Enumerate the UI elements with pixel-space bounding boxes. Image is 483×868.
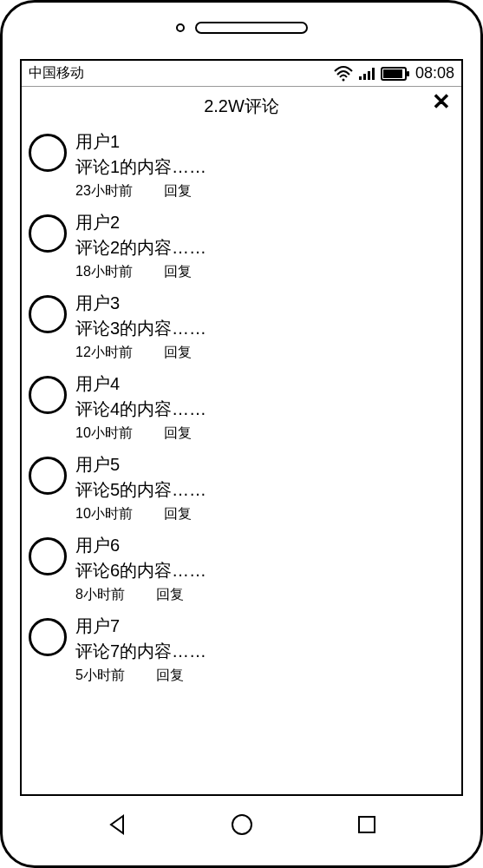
comment-body: 用户7 评论7的内容…… 5小时前 回复 [75,615,451,685]
screen: 中国移动 [20,59,463,796]
svg-rect-3 [368,71,370,80]
back-button[interactable] [106,813,128,836]
navigation-bar [3,803,480,846]
comment-time: 8小时前 [75,586,125,604]
svg-rect-1 [359,76,362,80]
avatar[interactable] [29,457,67,495]
comment-text: 评论5的内容…… [75,478,451,502]
comment-item: 用户2 评论2的内容…… 18小时前 回复 [29,206,451,286]
phone-frame: 中国移动 [0,0,483,868]
home-button[interactable] [230,812,254,837]
avatar[interactable] [29,214,67,253]
username[interactable]: 用户7 [75,615,451,638]
comments-header: 2.2W评论 ✕ [22,87,461,125]
comment-time: 10小时前 [75,424,133,443]
comment-text: 评论4的内容…… [75,398,451,421]
svg-rect-7 [407,71,409,76]
comment-meta: 8小时前 回复 [75,586,451,604]
comment-item: 用户1 评论1的内容…… 23小时前 回复 [29,125,451,206]
svg-rect-4 [372,68,375,80]
comment-item: 用户7 评论7的内容…… 5小时前 回复 [29,609,451,690]
comment-meta: 23小时前 回复 [75,182,451,201]
comment-meta: 12小时前 回复 [75,344,451,362]
comment-time: 12小时前 [75,344,133,362]
comment-text: 评论3的内容…… [75,317,451,340]
comment-text: 评论7的内容…… [75,640,451,663]
svg-point-8 [232,815,251,834]
comment-body: 用户6 评论6的内容…… 8小时前 回复 [75,534,451,604]
comment-text: 评论1的内容…… [75,155,451,179]
comment-item: 用户3 评论3的内容…… 12小时前 回复 [29,286,451,367]
avatar[interactable] [29,295,67,333]
reply-button[interactable]: 回复 [156,586,184,604]
comment-time: 18小时前 [75,263,133,281]
signal-icon [358,67,375,81]
comment-meta: 10小时前 回复 [75,505,451,523]
comment-meta: 10小时前 回复 [75,424,451,443]
comment-text: 评论6的内容…… [75,559,451,582]
comment-time: 10小时前 [75,505,133,523]
comments-list[interactable]: 用户1 评论1的内容…… 23小时前 回复 用户2 评论2的内容…… 18小时前… [22,125,461,794]
battery-icon [381,67,410,81]
avatar[interactable] [29,376,67,414]
comment-body: 用户5 评论5的内容…… 10小时前 回复 [75,453,451,523]
reply-button[interactable]: 回复 [156,667,184,685]
avatar[interactable] [29,618,67,656]
comment-time: 5小时前 [75,667,125,685]
comment-body: 用户3 评论3的内容…… 12小时前 回复 [75,292,451,362]
username[interactable]: 用户1 [75,130,451,154]
recent-button[interactable] [356,814,377,835]
speaker-dot [176,23,185,32]
close-button[interactable]: ✕ [432,90,451,113]
username[interactable]: 用户6 [75,534,451,557]
carrier-label: 中国移动 [29,64,84,82]
comment-meta: 18小时前 回复 [75,263,451,281]
comment-time: 23小时前 [75,182,133,201]
comment-text: 评论2的内容…… [75,236,451,260]
username[interactable]: 用户4 [75,372,451,396]
wifi-icon [334,66,353,82]
username[interactable]: 用户3 [75,292,451,315]
username[interactable]: 用户5 [75,453,451,477]
svg-rect-2 [363,74,366,80]
comment-body: 用户2 评论2的内容…… 18小时前 回复 [75,211,451,281]
comment-meta: 5小时前 回复 [75,667,451,685]
comment-body: 用户4 评论4的内容…… 10小时前 回复 [75,372,451,443]
speaker-slot [195,22,308,34]
reply-button[interactable]: 回复 [164,344,192,362]
comment-item: 用户5 评论5的内容…… 10小时前 回复 [29,448,451,529]
reply-button[interactable]: 回复 [164,182,192,201]
avatar[interactable] [29,134,67,172]
speaker-area [176,22,308,34]
reply-button[interactable]: 回复 [164,505,192,523]
svg-rect-9 [359,817,375,832]
avatar[interactable] [29,537,67,575]
reply-button[interactable]: 回复 [164,263,192,281]
comment-item: 用户4 评论4的内容…… 10小时前 回复 [29,367,451,448]
comments-title: 2.2W评论 [204,95,279,118]
comment-body: 用户1 评论1的内容…… 23小时前 回复 [75,130,451,201]
svg-point-0 [342,78,344,81]
reply-button[interactable]: 回复 [164,424,192,443]
comment-item: 用户6 评论6的内容…… 8小时前 回复 [29,529,451,609]
status-bar: 中国移动 [22,61,461,87]
svg-rect-6 [383,69,402,78]
status-icons: 08:08 [334,64,454,82]
time-label: 08:08 [415,64,454,82]
username[interactable]: 用户2 [75,211,451,234]
